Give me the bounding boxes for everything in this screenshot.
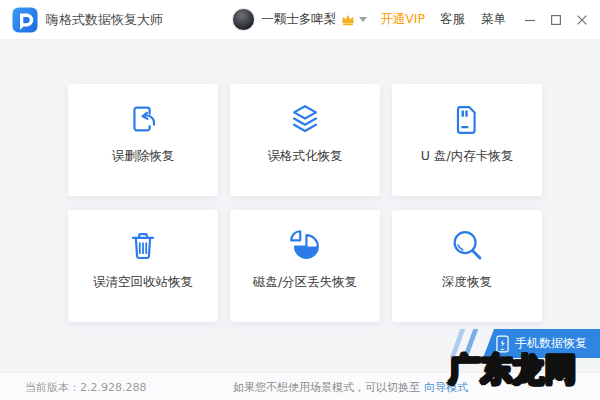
card-label: 深度恢复 — [442, 274, 492, 291]
user-name[interactable]: 一颗士多啤梨 — [261, 11, 336, 28]
user-avatar[interactable] — [232, 8, 255, 31]
card-recycle-bin-recovery[interactable]: 误清空回收站恢复 — [68, 210, 218, 322]
banner-stripe — [463, 329, 479, 358]
version-label: 当前版本： — [25, 381, 80, 394]
titlebar-right: 一颗士多啤梨 开通VIP 客服 菜单 — [232, 8, 588, 31]
layers-icon — [286, 101, 324, 139]
trash-icon — [124, 227, 162, 265]
wizard-mode-link[interactable]: 向导模式 — [424, 381, 468, 394]
app-logo-icon — [12, 7, 38, 33]
banner-label: 手机数据恢复 — [515, 335, 587, 352]
magnifier-icon — [448, 227, 486, 265]
card-disk-partition-recovery[interactable]: 磁盘/分区丢失恢复 — [230, 210, 380, 322]
card-label: 误删除恢复 — [112, 148, 175, 165]
maximize-icon[interactable] — [550, 14, 562, 26]
memory-card-icon — [448, 101, 486, 139]
recovery-mode-grid: 误删除恢复 误格式化恢复 U 盘/内存卡恢复 — [68, 84, 542, 322]
card-usb-memorycard-recovery[interactable]: U 盘/内存卡恢复 — [392, 84, 542, 196]
minimize-icon[interactable] — [524, 14, 536, 26]
open-vip-link[interactable]: 开通VIP — [380, 11, 425, 28]
phone-data-recovery-button[interactable]: 手机数据恢复 — [448, 329, 600, 358]
app-title: 嗨格式数据恢复大师 — [46, 11, 163, 29]
card-label: 磁盘/分区丢失恢复 — [253, 274, 357, 291]
disk-pie-icon — [286, 227, 324, 265]
card-label: 误清空回收站恢复 — [93, 274, 193, 291]
mode-hint: 如果您不想使用场景模式，可以切换至向导模式 — [233, 380, 468, 395]
card-deleted-recovery[interactable]: 误删除恢复 — [68, 84, 218, 196]
app-window: 嗨格式数据恢复大师 一颗士多啤梨 开通VIP 客服 菜单 — [0, 0, 600, 400]
version-value: 2.2.928.288 — [80, 381, 146, 394]
banner-stripe — [450, 329, 466, 358]
hint-text: 如果您不想使用场景模式，可以切换至 — [233, 381, 420, 394]
customer-service-link[interactable]: 客服 — [440, 11, 465, 28]
menu-link[interactable]: 菜单 — [481, 11, 506, 28]
banner-body: 手机数据恢复 — [483, 329, 600, 358]
chevron-down-icon[interactable] — [359, 17, 367, 22]
phone-icon — [496, 335, 509, 353]
footer-bar: 当前版本：2.2.928.288 如果您不想使用场景模式，可以切换至向导模式 — [0, 372, 600, 400]
restore-file-icon — [124, 101, 162, 139]
card-label: 误格式化恢复 — [268, 148, 343, 165]
card-formatted-recovery[interactable]: 误格式化恢复 — [230, 84, 380, 196]
crown-icon — [341, 14, 355, 26]
version-text: 当前版本：2.2.928.288 — [25, 380, 146, 395]
card-deep-recovery[interactable]: 深度恢复 — [392, 210, 542, 322]
close-icon[interactable] — [576, 14, 588, 26]
titlebar: 嗨格式数据恢复大师 一颗士多啤梨 开通VIP 客服 菜单 — [0, 0, 600, 40]
card-label: U 盘/内存卡恢复 — [421, 148, 513, 165]
window-controls — [510, 14, 588, 26]
